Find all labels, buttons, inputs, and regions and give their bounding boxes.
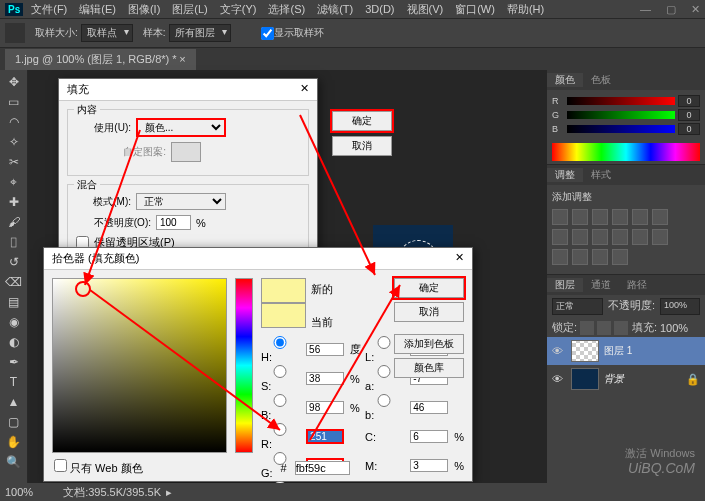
close-icon[interactable]: ✕ [300, 82, 309, 97]
adj-icon[interactable] [572, 209, 588, 225]
add-swatch-button[interactable]: 添加到色板 [394, 334, 464, 354]
tab-close-icon[interactable]: × [179, 53, 185, 65]
sample-dropdown[interactable]: 所有图层 [169, 24, 231, 42]
b-slider[interactable] [567, 125, 675, 133]
layer-row[interactable]: 👁 背景 🔒 [547, 365, 705, 393]
adj-icon[interactable] [592, 229, 608, 245]
gradient-tool-icon[interactable]: ▤ [3, 293, 25, 311]
tab-styles[interactable]: 样式 [583, 168, 619, 182]
c-input[interactable] [410, 430, 448, 443]
menu-view[interactable]: 视图(V) [407, 2, 444, 17]
r-value[interactable]: 0 [678, 95, 700, 107]
r-input[interactable] [306, 429, 344, 444]
tab-color[interactable]: 颜色 [547, 73, 583, 87]
marquee-tool-icon[interactable]: ▭ [3, 93, 25, 111]
path-select-icon[interactable]: ▲ [3, 393, 25, 411]
lock-all-icon[interactable] [614, 321, 628, 335]
adj-icon[interactable] [632, 209, 648, 225]
layer-name[interactable]: 背景 [604, 372, 624, 386]
s-radio[interactable] [261, 365, 299, 378]
visibility-icon[interactable]: 👁 [552, 345, 566, 357]
picker-ok-button[interactable]: 确定 [394, 278, 464, 298]
tab-adjustments[interactable]: 调整 [547, 168, 583, 182]
menu-edit[interactable]: 编辑(E) [79, 2, 116, 17]
cancel-button[interactable]: 取消 [332, 136, 392, 156]
tab-paths[interactable]: 路径 [619, 278, 655, 292]
pattern-swatch[interactable] [171, 142, 201, 162]
hand-tool-icon[interactable]: ✋ [3, 433, 25, 451]
type-tool-icon[interactable]: T [3, 373, 25, 391]
adj-icon[interactable] [612, 209, 628, 225]
dodge-tool-icon[interactable]: ◐ [3, 333, 25, 351]
adj-icon[interactable] [632, 229, 648, 245]
chevron-right-icon[interactable]: ▸ [166, 486, 172, 499]
blend-mode-dropdown[interactable]: 正常 [552, 298, 603, 315]
adj-icon[interactable] [552, 229, 568, 245]
show-ring-checkbox[interactable] [261, 27, 274, 40]
fill-input[interactable]: 100% [660, 322, 700, 334]
pen-tool-icon[interactable]: ✒ [3, 353, 25, 371]
saturation-value-field[interactable] [52, 278, 227, 453]
adj-icon[interactable] [552, 249, 568, 265]
use-dropdown[interactable]: 颜色... [136, 118, 226, 137]
h-input[interactable] [306, 343, 344, 356]
zoom-level[interactable]: 100% [5, 486, 33, 498]
menu-image[interactable]: 图像(I) [128, 2, 160, 17]
menu-select[interactable]: 选择(S) [268, 2, 305, 17]
layer-name[interactable]: 图层 1 [604, 344, 632, 358]
shape-tool-icon[interactable]: ▢ [3, 413, 25, 431]
adj-icon[interactable] [652, 229, 668, 245]
b2-radio[interactable] [365, 394, 403, 407]
mode-dropdown[interactable]: 正常 [136, 193, 226, 210]
bval-input[interactable] [306, 401, 344, 414]
layer-opacity-input[interactable]: 100% [660, 298, 700, 315]
adj-icon[interactable] [612, 249, 628, 265]
tab-swatches[interactable]: 色板 [583, 73, 619, 87]
window-maximize-icon[interactable]: ▢ [666, 3, 676, 16]
adj-icon[interactable] [612, 229, 628, 245]
b-radio[interactable] [261, 394, 299, 407]
b2-input[interactable] [410, 401, 448, 414]
menu-layer[interactable]: 图层(L) [172, 2, 207, 17]
sample-size-dropdown[interactable]: 取样点 [81, 24, 133, 42]
lock-position-icon[interactable] [597, 321, 611, 335]
adj-icon[interactable] [552, 209, 568, 225]
hex-input[interactable] [295, 461, 350, 475]
ok-button[interactable]: 确定 [332, 111, 392, 131]
menu-window[interactable]: 窗口(W) [455, 2, 495, 17]
healing-tool-icon[interactable]: ✚ [3, 193, 25, 211]
adj-icon[interactable] [572, 229, 588, 245]
s-input[interactable] [306, 372, 344, 385]
tab-layers[interactable]: 图层 [547, 278, 583, 292]
color-lib-button[interactable]: 颜色库 [394, 358, 464, 378]
spectrum-bar[interactable] [552, 143, 700, 161]
b-value[interactable]: 0 [678, 123, 700, 135]
blur-tool-icon[interactable]: ◉ [3, 313, 25, 331]
picker-cancel-button[interactable]: 取消 [394, 302, 464, 322]
menu-3d[interactable]: 3D(D) [365, 3, 394, 15]
r-radio[interactable] [261, 423, 299, 436]
adj-icon[interactable] [592, 209, 608, 225]
brush-tool-icon[interactable]: 🖌 [3, 213, 25, 231]
hue-slider[interactable] [235, 278, 253, 453]
adj-icon[interactable] [592, 249, 608, 265]
h-radio[interactable] [261, 336, 299, 349]
g-slider[interactable] [567, 111, 675, 119]
menu-file[interactable]: 文件(F) [31, 2, 67, 17]
stamp-tool-icon[interactable]: ⌷ [3, 233, 25, 251]
web-only-checkbox[interactable] [54, 459, 67, 472]
m-input[interactable] [410, 459, 448, 472]
menu-help[interactable]: 帮助(H) [507, 2, 544, 17]
eyedropper-tool-icon[interactable]: ⌖ [3, 173, 25, 191]
document-tab[interactable]: 1.jpg @ 100% (图层 1, RGB/8*) * × [5, 49, 196, 70]
close-icon[interactable]: ✕ [455, 251, 464, 266]
lock-pixels-icon[interactable] [580, 321, 594, 335]
move-tool-icon[interactable]: ✥ [3, 73, 25, 91]
wand-tool-icon[interactable]: ✧ [3, 133, 25, 151]
menu-type[interactable]: 文字(Y) [220, 2, 257, 17]
tab-channels[interactable]: 通道 [583, 278, 619, 292]
r-slider[interactable] [567, 97, 675, 105]
menu-filter[interactable]: 滤镜(T) [317, 2, 353, 17]
crop-tool-icon[interactable]: ✂ [3, 153, 25, 171]
visibility-icon[interactable]: 👁 [552, 373, 566, 385]
